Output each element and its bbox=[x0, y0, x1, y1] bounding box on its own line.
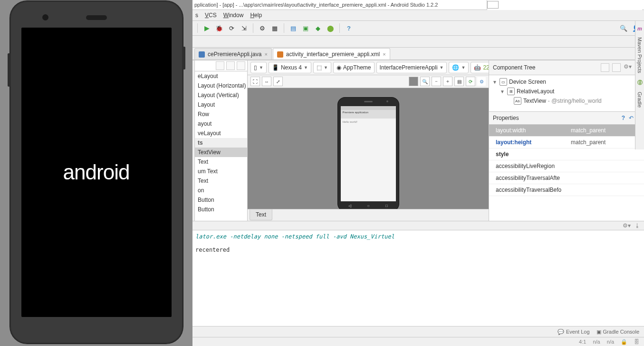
device-dropdown[interactable]: 📱 Nexus 4▼ bbox=[269, 62, 311, 73]
component-tree[interactable]: ▼ ▭ Device Screen ▼ ⊞ RelativeLayout Ab … bbox=[489, 75, 644, 112]
tree-label-detail: - @string/hello_world bbox=[548, 98, 602, 104]
palette-item[interactable]: Layout (Horizontal) bbox=[195, 81, 247, 90]
tree-row-textview[interactable]: Ab TextView - @string/hello_world bbox=[491, 96, 642, 106]
designer-config-toolbar: ▯▼ 📱 Nexus 4▼ ⬚▼ ◉ AppTheme InterfacePre… bbox=[248, 60, 489, 75]
tab-close-icon[interactable]: × bbox=[383, 51, 385, 57]
palette-item[interactable]: Button bbox=[195, 205, 247, 214]
tree-expand-icon[interactable] bbox=[601, 63, 609, 72]
toolbar-icon-2[interactable]: ▦ bbox=[270, 24, 279, 32]
nav-recent-icon: □ bbox=[385, 204, 388, 208]
property-row[interactable]: layout:height match_parent bbox=[489, 137, 644, 148]
screenshot-icon[interactable]: ▤ bbox=[454, 77, 464, 86]
profile-button[interactable]: ⟳ bbox=[227, 24, 236, 32]
zoom-100-icon[interactable]: ＋ bbox=[443, 77, 452, 86]
zoom-out-icon[interactable]: － bbox=[432, 77, 441, 86]
palette-item[interactable]: Layout bbox=[195, 100, 247, 109]
help-button[interactable]: ? bbox=[345, 24, 353, 32]
sdk-manager-button[interactable]: ▣ bbox=[301, 24, 310, 32]
status-trash-icon[interactable]: 🗄 bbox=[634, 339, 639, 345]
zoom-fit-icon[interactable]: ⛶ bbox=[250, 77, 260, 86]
zoom-reset-icon[interactable]: ⤢ bbox=[273, 77, 283, 86]
maven-icon[interactable]: m bbox=[637, 26, 642, 31]
property-row[interactable]: layout:width match_parent bbox=[489, 125, 644, 137]
window-maximize-button[interactable] bbox=[487, 1, 499, 9]
config-dropdown[interactable]: ⬚▼ bbox=[313, 62, 331, 73]
menu-vcs[interactable]: VCS bbox=[205, 12, 217, 19]
tree-collapse-icon[interactable] bbox=[612, 63, 621, 72]
palette-item[interactable]: Button bbox=[195, 195, 247, 205]
theme-dropdown[interactable]: ◉ AppTheme bbox=[333, 62, 375, 73]
refresh-icon[interactable]: ⟳ bbox=[466, 77, 475, 86]
palette-item[interactable]: on bbox=[195, 186, 247, 195]
zoom-in-icon[interactable]: 🔍 bbox=[420, 77, 430, 86]
locale-dropdown[interactable]: 🌐▼ bbox=[449, 62, 469, 73]
tab-text-mode[interactable]: Text bbox=[250, 209, 272, 220]
api-dropdown[interactable]: 🤖 22▼ bbox=[471, 62, 489, 73]
palette-group-header[interactable]: ts bbox=[195, 138, 247, 148]
orientation-dropdown[interactable]: ▯▼ bbox=[250, 62, 267, 73]
properties-help-icon[interactable]: ? bbox=[622, 115, 625, 121]
palette-item-textview[interactable]: TextView bbox=[195, 148, 247, 157]
gradle-console-button[interactable]: ▣ Gradle Console bbox=[596, 329, 639, 335]
status-lock-icon[interactable]: 🔒 bbox=[621, 339, 627, 345]
property-row[interactable]: style bbox=[489, 148, 644, 160]
palette-item[interactable]: Row bbox=[195, 109, 247, 119]
tree-gear-icon[interactable]: ⚙▾ bbox=[624, 63, 632, 72]
run-button[interactable]: ▶ bbox=[202, 24, 211, 32]
palette-item[interactable]: Text bbox=[195, 157, 247, 167]
console-output[interactable]: lator.exe -netdelay none -netspeed full … bbox=[192, 230, 644, 326]
ide-window: pplication] - [app] - ...\app\src\main\r… bbox=[192, 0, 644, 346]
property-key: style bbox=[489, 151, 567, 158]
menu-cut-off[interactable]: s bbox=[195, 12, 198, 19]
ddms-button[interactable]: ◆ bbox=[314, 24, 322, 32]
attach-button[interactable]: ⇲ bbox=[240, 24, 248, 32]
palette-item[interactable]: ayout bbox=[195, 119, 247, 129]
settings-gear-icon[interactable]: ⚙ bbox=[477, 77, 486, 86]
preview-screen[interactable]: Premiere application Hello world! bbox=[341, 106, 396, 201]
properties-table[interactable]: layout:width match_parent layout:height … bbox=[489, 125, 644, 221]
maven-projects-button[interactable]: Maven Projects bbox=[637, 37, 643, 73]
cursor-position: 4:1 bbox=[579, 339, 586, 345]
tree-twisty-icon[interactable]: ▼ bbox=[492, 79, 498, 85]
gradle-icon[interactable]: ⓖ bbox=[637, 79, 643, 86]
property-row[interactable]: accessibilityLiveRegion bbox=[489, 160, 644, 172]
main-toolbar: ▶ 🐞 ⟳ ⇲ ⚙ ▦ ▤ ▣ ◆ ⬤ ? 🔍 👤 bbox=[192, 21, 644, 36]
palette-tool-2[interactable] bbox=[226, 61, 235, 70]
property-row[interactable]: accessibilityTraversalBefo bbox=[489, 184, 644, 196]
menu-window[interactable]: Window bbox=[223, 12, 244, 19]
palette-tool-1[interactable] bbox=[216, 61, 224, 70]
properties-undo-icon[interactable]: ↶ bbox=[629, 115, 634, 121]
design-canvas[interactable]: Premiere application Hello world! ◁ ○ □ bbox=[248, 88, 489, 209]
gradle-button[interactable]: Gradle bbox=[637, 92, 643, 108]
palette-item[interactable]: veLayout bbox=[195, 129, 247, 138]
palette-item[interactable]: eLayout bbox=[195, 71, 247, 81]
select-mode-icon[interactable] bbox=[409, 77, 418, 86]
tab-close-icon[interactable]: × bbox=[264, 51, 267, 57]
tab-java-file[interactable]: cePremiereAppli.java × bbox=[194, 48, 272, 60]
event-log-button[interactable]: 💬 Event Log bbox=[557, 329, 590, 335]
debug-button[interactable]: 🐞 bbox=[215, 24, 223, 32]
device-screen[interactable]: android bbox=[21, 28, 172, 317]
search-everywhere-icon[interactable]: 🔍 bbox=[619, 24, 628, 32]
property-row[interactable]: accessibilityTraversalAfte bbox=[489, 172, 644, 184]
android-emulator-window: android bbox=[0, 0, 192, 346]
tree-row-device-screen[interactable]: ▼ ▭ Device Screen bbox=[491, 77, 642, 87]
android-icon[interactable]: ⬤ bbox=[326, 24, 335, 32]
tree-row-relativelayout[interactable]: ▼ ⊞ RelativeLayout bbox=[491, 87, 642, 96]
avd-manager-button[interactable]: ▤ bbox=[289, 24, 298, 32]
console-gear-icon[interactable]: ⚙▾ bbox=[623, 222, 631, 229]
tree-twisty-icon[interactable]: ▼ bbox=[500, 89, 505, 94]
palette-item[interactable]: Text bbox=[195, 176, 247, 186]
palette-gear-icon[interactable] bbox=[237, 61, 245, 70]
palette-item[interactable]: Layout (Vertical) bbox=[195, 90, 247, 100]
status-na2: n/a bbox=[607, 339, 614, 345]
console-download-icon[interactable]: ⭳ bbox=[634, 222, 640, 229]
zoom-actual-icon[interactable]: ↔ bbox=[262, 77, 271, 86]
menu-help[interactable]: Help bbox=[250, 12, 262, 19]
toolbar-icon-1[interactable]: ⚙ bbox=[258, 24, 267, 32]
activity-dropdown[interactable]: InterfacePremiereAppli▼ bbox=[376, 62, 447, 73]
property-value[interactable]: match_parent bbox=[567, 127, 644, 134]
property-value[interactable]: match_parent bbox=[567, 139, 644, 146]
tab-layout-file[interactable]: activity_interface_premiere_appli.xml × bbox=[273, 48, 390, 60]
palette-item[interactable]: um Text bbox=[195, 167, 247, 176]
